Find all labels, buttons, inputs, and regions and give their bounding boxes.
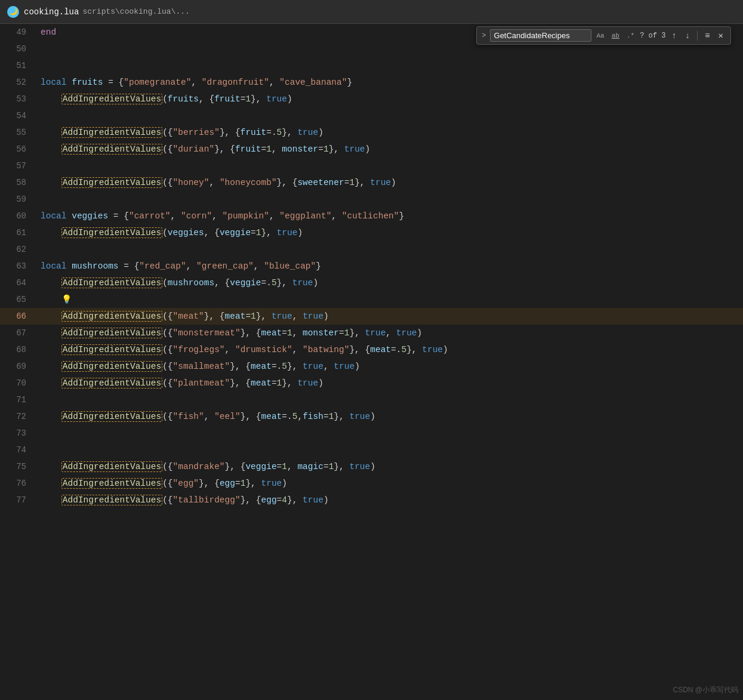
search-menu-button[interactable]: ≡	[702, 30, 712, 41]
line-content: AddIngredientValues({"monstermeat"}, {me…	[36, 325, 743, 341]
code-line: 59	[0, 191, 743, 208]
code-line: 65 💡	[0, 291, 743, 308]
line-number: 71	[0, 391, 36, 408]
line-content: AddIngredientValues(mushrooms, {veggie=.…	[36, 275, 743, 291]
code-line: 57	[0, 158, 743, 174]
line-content: 💡	[36, 291, 743, 308]
bulb-icon: 💡	[61, 291, 72, 308]
line-number: 51	[0, 57, 36, 74]
line-content: AddIngredientValues({"berries"}, {fruit=…	[36, 124, 743, 141]
line-content: AddIngredientValues({"tallbirdegg"}, {eg…	[36, 492, 743, 508]
code-line-highlighted: 66 AddIngredientValues({"meat"}, {meat=1…	[0, 308, 743, 325]
search-option-aa[interactable]: Aa	[595, 32, 606, 40]
line-content: AddIngredientValues({"fish", "eel"}, {me…	[36, 408, 743, 425]
code-line: 71	[0, 391, 743, 408]
filename: cooking.lua	[24, 7, 79, 17]
line-number: 59	[0, 191, 36, 208]
line-content: AddIngredientValues({"mandrake"}, {veggi…	[36, 458, 743, 475]
search-option-regex[interactable]: .*	[625, 32, 636, 40]
code-line: 52 local fruits = {"pomegranate", "drago…	[0, 74, 743, 91]
line-number: 54	[0, 107, 36, 124]
line-content: AddIngredientValues({"durian"}, {fruit=1…	[36, 141, 743, 158]
line-number: 53	[0, 91, 36, 107]
search-next-button[interactable]: ↓	[683, 30, 692, 41]
code-line: 76 AddIngredientValues({"egg"}, {egg=1},…	[0, 475, 743, 492]
search-option-ab[interactable]: ab	[610, 32, 621, 40]
line-number: 62	[0, 241, 36, 258]
line-content: local fruits = {"pomegranate", "dragonfr…	[36, 74, 743, 91]
line-number: 75	[0, 458, 36, 475]
line-number: 57	[0, 158, 36, 174]
line-content: local veggies = {"carrot", "corn", "pump…	[36, 208, 743, 224]
code-line: 55 AddIngredientValues({"berries"}, {fru…	[0, 124, 743, 141]
line-number: 67	[0, 325, 36, 341]
line-number: 60	[0, 208, 36, 224]
search-prev-button[interactable]: ↑	[669, 30, 679, 41]
line-number: 68	[0, 341, 36, 358]
code-line: 74	[0, 442, 743, 458]
search-bar: > Aa ab .* ? of 3 ↑ ↓ ≡ ✕	[476, 26, 731, 45]
line-content: AddIngredientValues({"meat"}, {meat=1}, …	[36, 308, 743, 325]
line-content: AddIngredientValues({"honey", "honeycomb…	[36, 174, 743, 191]
title-bar: 🌙 cooking.lua scripts\cooking.lua\...	[0, 0, 743, 24]
line-number: 76	[0, 475, 36, 492]
code-line: 64 AddIngredientValues(mushrooms, {veggi…	[0, 275, 743, 291]
code-line: 60 local veggies = {"carrot", "corn", "p…	[0, 208, 743, 224]
search-separator	[697, 31, 698, 41]
search-chevron[interactable]: >	[482, 32, 486, 40]
code-line: 56 AddIngredientValues({"durian"}, {frui…	[0, 141, 743, 158]
line-number: 58	[0, 174, 36, 191]
line-number: 69	[0, 358, 36, 375]
code-line: 73	[0, 425, 743, 442]
line-number: 73	[0, 425, 36, 442]
line-number: 64	[0, 275, 36, 291]
code-line: 61 AddIngredientValues(veggies, {veggie=…	[0, 224, 743, 241]
code-line: 62	[0, 241, 743, 258]
code-line: 63 local mushrooms = {"red_cap", "green_…	[0, 258, 743, 275]
code-line: 75 AddIngredientValues({"mandrake"}, {ve…	[0, 458, 743, 475]
line-number: 55	[0, 124, 36, 141]
search-input[interactable]	[490, 29, 591, 42]
search-close-button[interactable]: ✕	[716, 30, 726, 41]
line-content: AddIngredientValues({"plantmeat"}, {meat…	[36, 375, 743, 391]
code-line: 54	[0, 107, 743, 124]
search-count: ? of 3	[640, 32, 665, 40]
line-number: 52	[0, 74, 36, 91]
line-content: AddIngredientValues(fruits, {fruit=1}, t…	[36, 91, 743, 107]
code-line: 68 AddIngredientValues({"froglegs", "dru…	[0, 341, 743, 358]
line-number: 72	[0, 408, 36, 425]
line-number: 63	[0, 258, 36, 275]
line-content: AddIngredientValues({"egg"}, {egg=1}, tr…	[36, 475, 743, 492]
line-number: 66	[0, 308, 36, 325]
file-icon: 🌙	[7, 6, 19, 18]
line-number: 56	[0, 141, 36, 158]
line-number: 70	[0, 375, 36, 391]
line-number: 74	[0, 442, 36, 458]
code-line: 58 AddIngredientValues({"honey", "honeyc…	[0, 174, 743, 191]
code-line: 70 AddIngredientValues({"plantmeat"}, {m…	[0, 375, 743, 391]
code-line: 77 AddIngredientValues({"tallbirdegg"}, …	[0, 492, 743, 508]
line-number: 61	[0, 224, 36, 241]
code-line: 51	[0, 57, 743, 74]
line-number: 65	[0, 291, 36, 308]
code-area: 49 end 50 51 52 local fruits = {"pomegra…	[0, 24, 743, 700]
file-path: scripts\cooking.lua\...	[82, 7, 189, 16]
editor-container: > Aa ab .* ? of 3 ↑ ↓ ≡ ✕ 49 end 50 51 5…	[0, 24, 743, 700]
line-number: 49	[0, 24, 36, 41]
line-number: 77	[0, 492, 36, 508]
code-line: 72 AddIngredientValues({"fish", "eel"}, …	[0, 408, 743, 425]
line-content: AddIngredientValues({"smallmeat"}, {meat…	[36, 358, 743, 375]
code-line: 69 AddIngredientValues({"smallmeat"}, {m…	[0, 358, 743, 375]
line-content: local mushrooms = {"red_cap", "green_cap…	[36, 258, 743, 275]
line-content: AddIngredientValues(veggies, {veggie=1},…	[36, 224, 743, 241]
watermark: CSDN @小乖写代码	[673, 685, 738, 695]
code-line: 67 AddIngredientValues({"monstermeat"}, …	[0, 325, 743, 341]
line-content: AddIngredientValues({"froglegs", "drumst…	[36, 341, 743, 358]
code-line: 53 AddIngredientValues(fruits, {fruit=1}…	[0, 91, 743, 107]
line-number: 50	[0, 41, 36, 57]
